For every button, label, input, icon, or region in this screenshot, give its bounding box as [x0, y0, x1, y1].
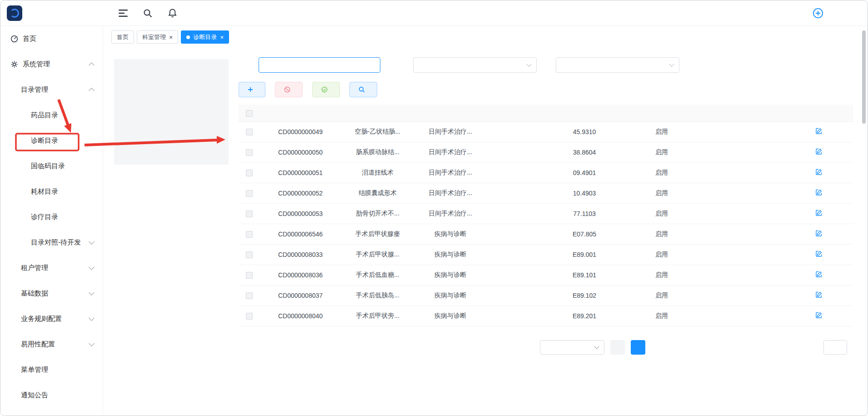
table-header-row: [239, 105, 853, 121]
user-menu[interactable]: [813, 8, 868, 19]
tab-close-icon[interactable]: [169, 34, 173, 40]
page-number-button[interactable]: [651, 340, 666, 355]
topbar-icons: [118, 8, 178, 19]
edit-button[interactable]: [816, 291, 824, 298]
prev-page-button[interactable]: [610, 340, 625, 355]
next-page-button[interactable]: [794, 340, 809, 355]
sidebar-item[interactable]: 租户管理: [0, 255, 103, 281]
sidebar-item[interactable]: 业务规则配置: [0, 306, 103, 331]
edit-button[interactable]: [816, 210, 824, 216]
chevron-down-icon: [526, 61, 531, 66]
query-button[interactable]: [349, 82, 377, 97]
add-item-button[interactable]: [239, 82, 265, 97]
hamburger-menu-icon[interactable]: [118, 8, 129, 19]
vertical-scrollbar[interactable]: [862, 30, 866, 124]
sidebar-menu: 首页 系统管理 目录管理 药品目录 诊断目录 国临码目录 耗材目录 诊疗目录 目…: [0, 26, 103, 408]
row-checkbox[interactable]: [246, 292, 253, 299]
page-number-button[interactable]: [774, 340, 788, 355]
catalog-item[interactable]: [114, 59, 229, 72]
sidebar-item[interactable]: 目录对照-待开发: [0, 230, 103, 255]
active-tab-dot: [186, 35, 190, 39]
cell-status: 启用: [623, 244, 700, 265]
status-select[interactable]: [413, 57, 537, 73]
cell-status: 启用: [623, 265, 700, 285]
cell-code: CD0000008036: [259, 265, 341, 285]
sidebar-item-label: 业务规则配置: [21, 315, 62, 323]
edit-button[interactable]: [816, 251, 824, 257]
cell-code: CD0000000052: [259, 183, 341, 203]
edit-icon: [816, 148, 822, 155]
search-icon[interactable]: [142, 8, 153, 19]
catalog-item[interactable]: [114, 125, 229, 138]
page-number-button[interactable]: [672, 340, 686, 355]
row-checkbox[interactable]: [246, 272, 253, 279]
row-checkbox[interactable]: [246, 251, 253, 258]
cell-description: [700, 142, 787, 162]
tab[interactable]: 首页: [111, 30, 134, 44]
table-row: CD0000000049 空肠-乙状结肠... 日间手术治疗... 45.931…: [239, 121, 853, 142]
cell-status: 启用: [623, 162, 700, 183]
edit-icon: [816, 128, 822, 134]
cell-description: [700, 244, 787, 265]
sidebar-item-label: 国临码目录: [31, 162, 65, 170]
page-number-button[interactable]: [713, 340, 727, 355]
sidebar-item[interactable]: 易用性配置: [0, 331, 103, 357]
catalog-item[interactable]: [114, 112, 229, 125]
row-checkbox[interactable]: [246, 190, 253, 197]
page-size-select[interactable]: [540, 340, 604, 355]
column-header: [700, 105, 787, 121]
row-checkbox[interactable]: [246, 170, 253, 176]
sidebar-item[interactable]: 耗材目录: [0, 179, 103, 204]
disable-button[interactable]: [275, 82, 303, 97]
cell-description: [700, 285, 787, 306]
page-number-button[interactable]: [733, 340, 748, 355]
edit-button[interactable]: [816, 189, 824, 195]
sidebar-item-label: 通知公告: [21, 391, 48, 400]
tab[interactable]: 诊断目录: [181, 30, 229, 44]
row-checkbox[interactable]: [246, 129, 253, 135]
tab-close-icon[interactable]: [220, 34, 224, 40]
sidebar-item[interactable]: 诊断目录: [0, 128, 103, 153]
catalog-item[interactable]: [114, 138, 229, 151]
edit-button[interactable]: [816, 148, 824, 155]
chevron-down-icon: [669, 61, 674, 66]
edit-button[interactable]: [816, 169, 824, 175]
edit-button[interactable]: [816, 312, 824, 318]
catalog-item[interactable]: [114, 85, 229, 99]
row-checkbox[interactable]: [246, 313, 253, 320]
edit-icon: [816, 312, 822, 318]
cell-name: 肠系膜动脉结...: [341, 142, 414, 162]
tab[interactable]: 科室管理: [137, 30, 178, 44]
sidebar-item[interactable]: 基础数据: [0, 281, 103, 306]
edit-button[interactable]: [816, 230, 824, 236]
disease-search-input[interactable]: [259, 57, 380, 73]
sidebar-item[interactable]: 国临码目录: [0, 153, 103, 179]
sidebar-item[interactable]: 系统管理: [0, 51, 103, 77]
catalog-title: [114, 51, 229, 59]
goto-page-input[interactable]: [823, 340, 847, 355]
row-checkbox[interactable]: [246, 231, 253, 238]
pages-ellipsis[interactable]: [753, 340, 768, 355]
page-number-button[interactable]: [631, 340, 645, 355]
sidebar-item[interactable]: 目录管理: [0, 77, 103, 102]
row-checkbox[interactable]: [246, 149, 253, 156]
edit-icon: [816, 271, 822, 277]
catalog-item[interactable]: [114, 72, 229, 85]
sidebar-item[interactable]: 菜单管理: [0, 357, 103, 382]
select-all-checkbox[interactable]: [246, 110, 253, 117]
diagnosis-type-select[interactable]: [556, 57, 679, 73]
sidebar-item[interactable]: 药品目录: [0, 102, 103, 128]
edit-button[interactable]: [816, 271, 824, 277]
bell-icon[interactable]: [167, 8, 178, 19]
column-header: [259, 105, 341, 121]
filter-row: [239, 57, 853, 73]
sidebar-item[interactable]: 通知公告: [0, 382, 103, 408]
row-checkbox[interactable]: [246, 211, 253, 217]
sidebar-item[interactable]: 首页: [0, 26, 103, 51]
sidebar-item[interactable]: 诊疗目录: [0, 204, 103, 230]
catalog-item[interactable]: [114, 151, 229, 165]
edit-button[interactable]: [816, 128, 824, 134]
enable-button[interactable]: [312, 82, 340, 97]
catalog-item[interactable]: [114, 99, 229, 112]
page-number-button[interactable]: [692, 340, 707, 355]
